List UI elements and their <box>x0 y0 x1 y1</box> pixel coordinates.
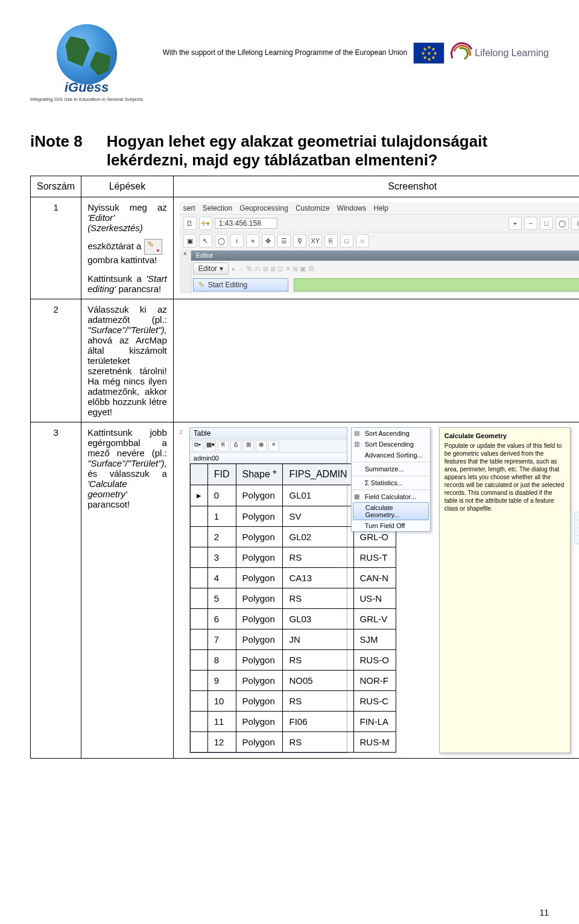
toolbar-icon[interactable]: × <box>268 441 279 451</box>
toolbar-icon[interactable]: ⎘ <box>324 234 338 247</box>
toolbar-icon[interactable]: ⎙ <box>230 441 241 451</box>
toolbar-icon[interactable]: ◯ <box>215 234 228 247</box>
toolbar-icon[interactable]: ✛▾ <box>199 217 212 230</box>
toolbar-icon[interactable]: □ <box>540 217 553 230</box>
context-menu-item[interactable]: Summarize... <box>352 464 430 474</box>
editor-toolbar-icon <box>144 239 162 255</box>
col-lepesek: Lépések <box>81 176 174 197</box>
toolbar-icon[interactable]: 🗋 <box>183 217 197 230</box>
table-row: 3 Kattintsunk jobb egérgombbal a mező ne… <box>31 422 580 759</box>
toolbar-icon[interactable]: − <box>524 217 537 230</box>
toolbar-icon[interactable]: ✥ <box>262 234 275 247</box>
step-screenshot: sert Selection Geoprocessing Customize W… <box>173 197 579 299</box>
arcmap-table-screenshot: z Table ⧉▾ ▦▾ ⎘ ⎙ ⊞ ⊗ × admin00 <box>180 427 579 753</box>
editor-toolbar-placeholder: ▸ ⟋ ⧉ ⎌ ⊞ ⊠ ⊡ ✕ ⊞ ▣ ⧈ <box>232 265 314 273</box>
arcmap-toolbar-1: 🗋 ✛▾ 1:43.456.158 + − □ ◯ i ⌖ ≡ admin <box>180 214 579 232</box>
toolbar-icon[interactable]: ☰ <box>277 234 291 247</box>
table-row: 2 Válasszuk ki az adatmezőt (pl.: "Surfa… <box>31 299 580 422</box>
toolbar-icon[interactable]: XY <box>309 234 322 247</box>
right-code-strip: RS FI RS DE <box>574 512 579 544</box>
inote-label: iNote 8 <box>30 132 83 170</box>
header-right: With the support of the Lifelong Learnin… <box>163 24 549 64</box>
toolbar-icon[interactable]: ⚲ <box>293 234 306 247</box>
menu-item[interactable]: sert <box>183 204 195 212</box>
llp-logo-text: Lifelong Learning <box>475 48 549 58</box>
toolbar-icon[interactable]: □ <box>340 234 353 247</box>
menu-item[interactable]: Customize <box>296 204 330 212</box>
step-text: Válasszuk ki az adatmezőt (pl.: "Surface… <box>81 299 174 422</box>
toolbar-icon[interactable]: ◯ <box>555 217 569 230</box>
context-menu-item[interactable]: Field Calculator... <box>352 491 430 502</box>
iguess-logo-subtitle: Integrating GIS Use in Education in Seve… <box>30 97 143 102</box>
step-number: 1 <box>31 197 81 299</box>
toolbar-icon[interactable]: i <box>230 234 244 247</box>
llp-support-text: With the support of the Lifelong Learnin… <box>163 48 408 58</box>
editor-dropdown-button[interactable]: Editor▾ <box>193 263 229 275</box>
step-number: 2 <box>31 299 81 422</box>
col-sorszam: Sorszám <box>31 176 81 197</box>
pencil-icon: ✎ <box>198 281 204 289</box>
toolbar-icon[interactable]: ⌖ <box>246 234 259 247</box>
table-toolbar: ⧉▾ ▦▾ ⎘ ⎙ ⊞ ⊗ × <box>190 439 347 453</box>
toolbar-icon[interactable]: ⧉▾ <box>192 441 203 451</box>
start-editing-menu-item[interactable]: ✎ Start Editing <box>193 278 288 292</box>
table-row: 1 Nyissuk meg az 'Editor' (Szerkesztés) … <box>31 197 580 299</box>
step-text: Kattintsunk jobb egérgombbal a mező nevé… <box>81 422 174 759</box>
map-preview <box>294 278 579 292</box>
section-heading: Hogyan lehet egy alakzat geometriai tula… <box>107 132 549 170</box>
context-menu-item[interactable]: Calculate Geometry... <box>353 502 429 520</box>
context-menu-item[interactable]: Sort Descending <box>352 439 430 450</box>
calculate-geometry-tooltip: Calculate Geometry Populate or update th… <box>439 427 571 753</box>
page-number: 11 <box>539 908 549 917</box>
step-number: 3 <box>31 422 81 759</box>
globe-icon <box>57 24 117 84</box>
tooltip-body: Populate or update the values of this fi… <box>445 442 565 512</box>
llp-logo: Lifelong Learning <box>451 42 549 64</box>
toolbar-icon[interactable]: i <box>571 217 579 230</box>
toolbar-icon[interactable]: ▦▾ <box>205 441 216 451</box>
context-menu: Sort AscendingSort DescendingAdvanced So… <box>351 427 431 532</box>
toolbar-icon[interactable]: ↖ <box>199 234 212 247</box>
attribute-table-panel: Table ⧉▾ ▦▾ ⎘ ⎙ ⊞ ⊗ × admin00 <box>189 427 347 753</box>
step-text: Nyissuk meg az 'Editor' (Szerkesztés) es… <box>81 197 174 299</box>
eu-flag-icon <box>413 42 445 64</box>
toolbar-icon[interactable]: ▣ <box>183 234 197 247</box>
context-menu-item[interactable]: Turn Field Off <box>352 520 430 531</box>
arcmap-screenshot: sert Selection Geoprocessing Customize W… <box>180 202 579 293</box>
step-screenshot <box>173 299 579 422</box>
toolbar-icon[interactable]: + <box>508 217 522 230</box>
table-tab[interactable]: admin00 <box>190 453 347 464</box>
steps-table: Sorszám Lépések Screenshot 1 Nyissuk meg… <box>30 176 579 759</box>
context-menu-item[interactable]: Σ Statistics... <box>352 477 430 488</box>
step-screenshot: z Table ⧉▾ ▦▾ ⎘ ⎙ ⊞ ⊗ × admin00 <box>173 422 579 759</box>
context-menu-item[interactable]: Advanced Sorting... <box>352 450 430 460</box>
toolbar-icon[interactable]: ○ <box>356 234 369 247</box>
menu-item[interactable]: Help <box>373 204 388 212</box>
menu-item[interactable]: Windows <box>337 204 367 212</box>
panel-title: Table <box>190 428 347 439</box>
tooltip-title: Calculate Geometry <box>445 432 565 440</box>
page-header: iGuess Integrating GIS Use in Education … <box>30 24 549 102</box>
section-title: iNote 8 Hogyan lehet egy alakzat geometr… <box>30 132 549 170</box>
context-menu-item[interactable]: Sort Ascending <box>352 428 430 439</box>
menu-item[interactable]: Geoprocessing <box>239 204 288 212</box>
toolbar-icon[interactable]: ⎘ <box>218 441 229 451</box>
toolbar-icon[interactable]: ⊗ <box>256 441 267 451</box>
iguess-logo: iGuess Integrating GIS Use in Education … <box>30 24 143 102</box>
llp-arcs-icon <box>451 42 472 64</box>
scale-input[interactable]: 1:43.456.158 <box>215 218 277 229</box>
arcmap-menu-bar: sert Selection Geoprocessing Customize W… <box>180 202 579 214</box>
menu-item[interactable]: Selection <box>203 204 232 212</box>
col-screenshot: Screenshot <box>173 176 579 197</box>
toolbar-icon[interactable]: ⊞ <box>243 441 254 451</box>
arcmap-toolbar-2: ▣ ↖ ◯ i ⌖ ✥ ☰ ⚲ XY ⎘ □ ○ <box>180 232 579 249</box>
editor-panel-title: Editor ▾ × <box>191 250 579 261</box>
